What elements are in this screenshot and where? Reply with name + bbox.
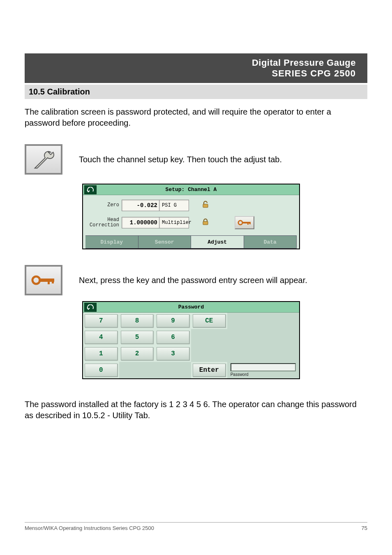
step2-text: Next, press the key and the password ent… [79, 276, 307, 285]
blank-cell [191, 329, 227, 345]
calibration-key-button[interactable] [235, 216, 254, 229]
blank-cell [227, 329, 299, 345]
keypad-1[interactable]: 1 [85, 347, 118, 360]
keypad-7[interactable]: 7 [85, 314, 118, 327]
header-line1: Digital Pressure Gauge [29, 58, 356, 68]
key-icon [25, 265, 62, 295]
closing-paragraph: The password installed at the factory is… [25, 399, 367, 421]
keypad-8[interactable]: 8 [121, 314, 154, 327]
password-title: Password [178, 304, 204, 310]
wrench-icon [25, 144, 62, 175]
header-line2: SERIES CPG 2500 [29, 68, 356, 79]
setup-channel-screen: Setup: Channel A Zero -0.022 PSI G [82, 184, 300, 249]
footer-page-number: 75 [362, 525, 367, 531]
keypad-ce[interactable]: CE [193, 314, 226, 327]
lock-icon[interactable] [202, 218, 209, 228]
tab-sensor[interactable]: Sensor [138, 235, 191, 249]
svg-point-2 [238, 221, 242, 225]
back-icon[interactable] [84, 185, 97, 194]
page-footer: Mensor/WIKA Operating Instructions Serie… [25, 522, 367, 531]
setup-tabs: Display Sensor Adjust Data [85, 235, 297, 249]
setup-titlebar: Setup: Channel A [83, 184, 299, 195]
section-title: 10.5 Calibration [25, 85, 367, 99]
back-icon[interactable] [84, 303, 97, 312]
keypad-6[interactable]: 6 [157, 331, 189, 344]
zero-value[interactable]: -0.022 [122, 200, 159, 211]
head-unit[interactable]: Multiplier [159, 217, 189, 228]
keypad-2[interactable]: 2 [121, 347, 154, 360]
intro-paragraph: The calibration screen is password prote… [25, 106, 367, 129]
keypad-0[interactable]: 0 [85, 364, 118, 377]
tab-adjust[interactable]: Adjust [191, 235, 244, 249]
tab-data[interactable]: Data [244, 235, 297, 249]
password-titlebar: Password [83, 302, 299, 313]
footer-left: Mensor/WIKA Operating Instructions Serie… [25, 525, 154, 531]
head-row: Head Correction 1.000000 Multiplier [85, 216, 297, 230]
blank-cell [227, 313, 299, 329]
password-label: Password [231, 372, 296, 377]
zero-row: Zero -0.022 PSI G [85, 198, 297, 212]
tab-display[interactable]: Display [85, 235, 138, 249]
zero-unit[interactable]: PSI G [159, 200, 189, 211]
svg-rect-1 [203, 221, 208, 225]
page-header: Digital Pressure Gauge SERIES CPG 2500 [25, 53, 367, 83]
svg-rect-8 [48, 279, 50, 284]
keypad-5[interactable]: 5 [121, 331, 154, 344]
svg-rect-3 [242, 222, 250, 223]
svg-rect-4 [247, 222, 249, 225]
keypad-enter[interactable]: Enter [193, 364, 226, 377]
password-input[interactable] [231, 363, 296, 371]
unlock-icon[interactable] [202, 201, 209, 210]
head-label: Head Correction [85, 217, 122, 228]
keypad-9[interactable]: 9 [157, 314, 189, 327]
password-entry-area: Password [227, 345, 299, 378]
step1-text: Touch the channel setup key. Then touch … [79, 155, 282, 164]
step2-row: Next, press the key and the password ent… [25, 265, 367, 295]
svg-rect-5 [249, 222, 251, 224]
svg-rect-0 [203, 204, 208, 207]
blank-cell [119, 362, 191, 378]
step1-row: Touch the channel setup key. Then touch … [25, 144, 367, 175]
head-value[interactable]: 1.000000 [122, 217, 159, 228]
keypad-4[interactable]: 4 [85, 331, 118, 344]
password-screen: Password 7 8 9 CE 4 5 6 1 2 3 [82, 301, 300, 379]
setup-title: Setup: Channel A [166, 187, 217, 193]
blank-cell [191, 345, 227, 362]
svg-rect-9 [52, 279, 54, 283]
keypad-3[interactable]: 3 [157, 347, 189, 360]
zero-label: Zero [85, 203, 122, 208]
